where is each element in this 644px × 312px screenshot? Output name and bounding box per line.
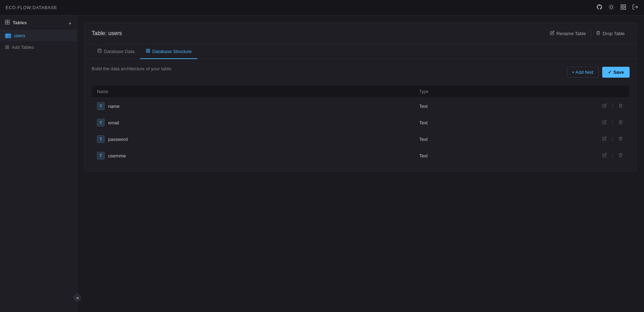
- grid2-icon: [5, 20, 10, 26]
- add-tables-btn[interactable]: ⊞ Add Tables: [0, 41, 77, 53]
- sidebar-section-left: Tables: [5, 20, 27, 26]
- delete-field-btn-2[interactable]: [617, 136, 624, 143]
- card-body-actions: + Add field ✓ Save: [567, 67, 630, 78]
- grid-icon[interactable]: [620, 4, 626, 12]
- edit-icon: [550, 31, 554, 36]
- card-description: Build the data architecture of your tabl…: [92, 66, 172, 71]
- sidebar-toggle-icon[interactable]: ▲: [68, 21, 72, 25]
- table-row: T name Text: [92, 98, 630, 115]
- svg-rect-10: [624, 5, 626, 6]
- field-name-3: usernme: [108, 153, 126, 158]
- edit-field-btn-1[interactable]: [601, 119, 608, 126]
- drop-table-btn[interactable]: Drop Table: [591, 28, 630, 38]
- svg-rect-24: [146, 51, 147, 53]
- field-actions-0: [596, 98, 630, 115]
- field-type-icon-3: T: [97, 152, 105, 160]
- row-action-divider-1: [612, 120, 613, 125]
- delete-field-btn-0[interactable]: [617, 103, 624, 110]
- logout-icon[interactable]: [632, 4, 638, 12]
- field-type-3: Text: [414, 148, 596, 164]
- field-type-icon-2: T: [97, 135, 105, 143]
- edit-field-btn-2[interactable]: [601, 136, 608, 143]
- main-layout: Tables ▲ users ⊞ Add Tables ◀ Tabl: [0, 15, 644, 312]
- edit-field-btn-3[interactable]: [601, 152, 608, 159]
- field-name-0: name: [108, 104, 120, 109]
- field-name-cell-1: T email: [92, 115, 415, 131]
- svg-line-4: [613, 8, 613, 9]
- card-header-actions: Rename Table Drop Table: [545, 28, 630, 38]
- field-type-icon-0: T: [97, 102, 105, 110]
- content-area: Table: users Rename Table Drop Table: [77, 15, 644, 312]
- svg-rect-25: [148, 51, 150, 53]
- card-body: Build the data architecture of your tabl…: [85, 59, 637, 171]
- field-name-cell-2: T password: [92, 131, 415, 148]
- github-icon[interactable]: [596, 4, 603, 12]
- card-title: Table: users: [92, 30, 122, 37]
- svg-rect-11: [621, 7, 623, 9]
- delete-field-btn-1[interactable]: [617, 119, 624, 126]
- table-row: T usernme Text: [92, 148, 630, 164]
- col-type: Type: [414, 86, 596, 98]
- field-name-cell-0: T name: [92, 98, 415, 115]
- database-data-tab-icon: [97, 48, 102, 54]
- field-type-0: Text: [414, 98, 596, 115]
- field-type-icon-1: T: [97, 119, 105, 126]
- checkmark-icon: ✓: [608, 70, 612, 75]
- svg-line-3: [609, 5, 610, 5]
- field-name-2: password: [108, 137, 128, 142]
- topbar-icons: [596, 4, 638, 12]
- svg-rect-18: [6, 34, 10, 37]
- sidebar-table-name: users: [14, 33, 25, 38]
- sun-icon[interactable]: [608, 4, 615, 12]
- field-actions-3: [596, 148, 630, 164]
- tab-database-structure[interactable]: Database Structure: [140, 44, 197, 59]
- sidebar-collapse-btn[interactable]: ◀: [73, 294, 81, 301]
- sidebar: Tables ▲ users ⊞ Add Tables ◀: [0, 15, 77, 312]
- rename-table-btn[interactable]: Rename Table: [545, 28, 591, 38]
- main-card: Table: users Rename Table Drop Table: [84, 22, 637, 171]
- row-action-divider-2: [612, 137, 613, 142]
- fields-table-head: Name Type: [92, 86, 630, 98]
- field-actions-2: [596, 131, 630, 148]
- field-type-2: Text: [414, 131, 596, 148]
- svg-line-8: [613, 5, 613, 5]
- topbar: ECO-FLOW:DATABASE: [0, 0, 644, 15]
- svg-rect-16: [5, 22, 7, 24]
- delete-field-btn-3[interactable]: [617, 152, 624, 159]
- tabs-bar: Database Data Database Structure: [85, 44, 637, 59]
- row-action-divider-3: [612, 153, 613, 158]
- svg-rect-12: [624, 7, 626, 9]
- sidebar-tables-header: Tables ▲: [0, 15, 77, 30]
- app-title: ECO-FLOW:DATABASE: [6, 5, 57, 10]
- field-name-1: email: [108, 120, 119, 125]
- sidebar-item-users[interactable]: users: [0, 30, 77, 41]
- row-action-divider-0: [612, 104, 613, 109]
- table-row: T password Text: [92, 131, 630, 148]
- svg-rect-22: [146, 49, 147, 51]
- field-actions-1: [596, 115, 630, 131]
- svg-rect-17: [8, 22, 9, 24]
- table-row: T email Text: [92, 115, 630, 131]
- col-name: Name: [92, 86, 415, 98]
- fields-table-header-row: Name Type: [92, 86, 630, 98]
- svg-line-7: [609, 8, 610, 9]
- svg-point-21: [98, 49, 101, 50]
- tab-database-data[interactable]: Database Data: [92, 44, 140, 59]
- add-field-btn[interactable]: + Add field: [567, 67, 599, 78]
- add-icon: ⊞: [5, 44, 9, 50]
- col-actions: [596, 86, 630, 98]
- card-header: Table: users Rename Table Drop Table: [85, 23, 637, 44]
- svg-rect-23: [148, 49, 150, 51]
- fields-table: Name Type T name Text: [92, 85, 630, 164]
- database-structure-tab-icon: [146, 48, 150, 54]
- card-body-header: Build the data architecture of your tabl…: [92, 66, 630, 78]
- tables-label: Tables: [13, 20, 27, 25]
- svg-rect-9: [621, 5, 623, 6]
- svg-point-0: [610, 6, 613, 8]
- trash-icon-header: [596, 31, 600, 36]
- field-type-1: Text: [414, 115, 596, 131]
- edit-field-btn-0[interactable]: [601, 103, 608, 110]
- fields-table-body: T name Text T: [92, 98, 630, 164]
- svg-rect-14: [5, 20, 7, 22]
- save-btn[interactable]: ✓ Save: [602, 67, 630, 78]
